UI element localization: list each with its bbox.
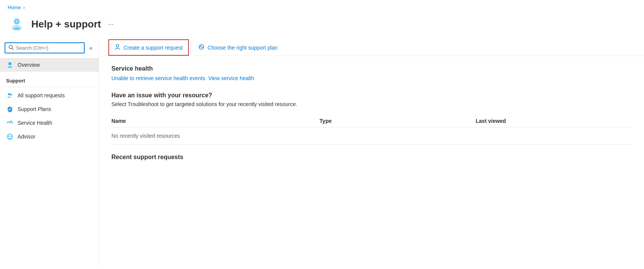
no-resources-message: No recently visited resources	[111, 127, 632, 145]
recent-requests-title: Recent support requests	[111, 154, 632, 161]
sidebar-item-advisor-label: Advisor	[18, 134, 35, 140]
main-layout: « Overview Support	[0, 39, 644, 266]
table-row-empty: No recently visited resources	[111, 127, 632, 145]
health-icon	[6, 119, 14, 127]
advisor-icon	[6, 133, 14, 140]
table-header-name: Name	[111, 115, 320, 127]
search-box[interactable]	[5, 42, 85, 53]
breadcrumb: Home ›	[0, 0, 644, 12]
sidebar-item-all-support[interactable]: All support requests	[0, 89, 99, 102]
choose-plan-icon	[198, 44, 204, 51]
sidebar-item-overview[interactable]: Overview	[0, 58, 99, 72]
table-header-last-viewed: Last viewed	[476, 115, 632, 127]
svg-point-8	[10, 94, 12, 96]
tab-choose-plan-label: Choose the right support plan	[208, 45, 278, 51]
sidebar: « Overview Support	[0, 39, 99, 266]
svg-point-6	[8, 62, 11, 65]
table-header-type: Type	[320, 115, 476, 127]
tab-separator	[190, 44, 191, 52]
service-health-message: Unable to retrieve service health events	[111, 75, 205, 81]
support-section-label: Support	[0, 72, 99, 87]
svg-point-10	[8, 135, 10, 137]
service-health-row: Unable to retrieve service health events…	[111, 75, 632, 81]
search-container: «	[0, 39, 99, 58]
more-options-button[interactable]: ···	[108, 20, 114, 28]
breadcrumb-home[interactable]: Home	[8, 5, 21, 10]
recent-requests-section: Recent support requests	[111, 154, 632, 161]
svg-point-7	[8, 93, 10, 95]
overview-icon	[6, 61, 14, 69]
sidebar-item-service-health-label: Service Health	[18, 120, 52, 126]
content-area: Service health Unable to retrieve servic…	[99, 56, 644, 170]
sidebar-item-overview-label: Overview	[18, 62, 40, 68]
svg-point-12	[116, 45, 119, 47]
sidebar-item-service-health[interactable]: Service Health	[0, 116, 99, 130]
svg-line-5	[12, 48, 14, 50]
service-health-title: Service health	[111, 65, 632, 72]
issue-section: Have an issue with your resource? Select…	[111, 92, 632, 107]
view-service-health-link[interactable]: View service health	[208, 75, 254, 81]
resource-table: Name Type Last viewed No recently visite…	[111, 115, 632, 145]
breadcrumb-separator: ›	[23, 5, 25, 10]
all-support-icon	[6, 92, 14, 99]
tab-create-support-label: Create a support request	[124, 45, 183, 51]
tab-bar: Create a support request Choose the righ…	[99, 39, 644, 56]
create-support-icon	[114, 44, 121, 51]
page-title: Help + support	[31, 18, 101, 30]
collapse-sidebar-button[interactable]: «	[88, 43, 94, 53]
page-header: Help + support ···	[0, 12, 644, 39]
page-header-icon	[8, 15, 26, 33]
shield-icon	[6, 105, 14, 113]
sidebar-item-support-plans-label: Support Plans	[18, 106, 51, 112]
main-content: Create a support request Choose the righ…	[99, 39, 644, 266]
issue-section-desc: Select Troubleshoot to get targeted solu…	[111, 101, 632, 107]
sidebar-item-advisor[interactable]: Advisor	[0, 130, 99, 143]
tab-create-support[interactable]: Create a support request	[108, 39, 189, 56]
sidebar-item-all-support-label: All support requests	[18, 92, 65, 98]
tab-choose-plan[interactable]: Choose the right support plan	[192, 39, 284, 56]
service-health-section: Service health Unable to retrieve servic…	[111, 65, 632, 81]
svg-point-3	[15, 19, 19, 23]
search-icon	[8, 45, 14, 51]
issue-section-title: Have an issue with your resource?	[111, 92, 632, 99]
search-input[interactable]	[16, 45, 81, 51]
svg-point-11	[10, 135, 12, 137]
sidebar-item-support-plans[interactable]: Support Plans	[0, 102, 99, 116]
